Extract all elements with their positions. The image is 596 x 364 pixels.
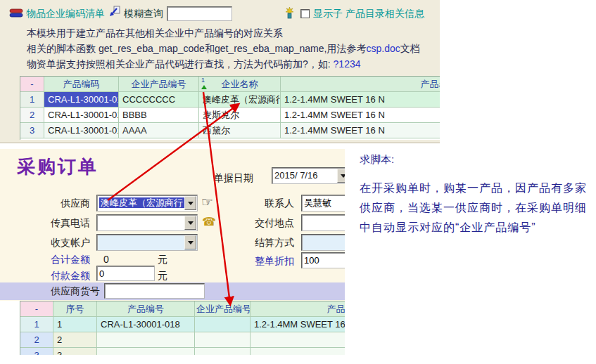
fuzzy-query-icon[interactable] — [108, 6, 120, 20]
settlement-label: 结算方式 — [238, 237, 294, 249]
module-description-line3: 物资单据支持按照相关企业产品代码进行查找，方法为代码前加?，如: ?1234 — [27, 58, 361, 71]
cell-product-code — [97, 348, 195, 355]
fuzzy-search-input[interactable] — [167, 6, 232, 21]
header-seq[interactable]: 序号 — [53, 301, 97, 317]
hand-pointer-icon[interactable]: ☞ — [201, 195, 213, 209]
row-number: 3 — [20, 348, 53, 355]
total-amount-label: 合计金额 — [41, 254, 90, 266]
chevron-down-icon[interactable] — [184, 196, 196, 210]
delivery-location-input[interactable] — [301, 214, 345, 231]
header-enterprise-product-code[interactable]: 企业产品编号 — [195, 301, 251, 317]
row-number: 2 — [20, 108, 44, 123]
header-enterprise-name-label: 企业名称 — [222, 79, 258, 89]
row-number: 1 — [20, 92, 44, 108]
discount-input[interactable] — [301, 252, 345, 268]
module-icon — [9, 8, 23, 21]
chevron-down-icon[interactable] — [184, 235, 196, 249]
purchase-order-title: 采购订单 — [17, 155, 99, 179]
supplier-item-input[interactable] — [104, 283, 205, 299]
description-code-example: ?1234 — [334, 58, 361, 70]
chevron-down-icon[interactable] — [337, 169, 345, 183]
cell-product-name — [251, 348, 345, 355]
mapping-table: - 产品编码 企业产品编号 1 企业名称 产品名称 1 CRA-L1-30001… — [20, 76, 440, 140]
lookup-icon[interactable] — [284, 6, 295, 22]
mapping-table-row-2[interactable]: 2 CRA-L1-30001-018 BBBB 麦斯克尔 1.2-1.4MM S… — [20, 108, 440, 123]
discount-label: 整单折扣 — [238, 255, 294, 268]
account-combo[interactable] — [96, 234, 198, 251]
cell-enterprise-name: 西黛尔 — [199, 123, 281, 138]
cell-enterprise-name: 澳峰皮革（宏源商行） — [199, 92, 281, 108]
phone-icon[interactable]: ☎ — [202, 216, 216, 228]
header-product-name[interactable]: 产品名称 — [251, 301, 345, 317]
supplier-label: 供应商 — [41, 197, 90, 210]
note-heading: 求脚本: — [360, 153, 394, 167]
supplier-item-label: 供应商货号 — [30, 285, 100, 298]
header-enterprise-name[interactable]: 1 企业名称 — [199, 77, 281, 92]
settlement-input[interactable] — [301, 234, 345, 251]
purchase-order-form: 采购订单 单据日期 2015/ 7/16 供应商 澳峰皮革（宏源商行） ☞ 传真… — [0, 149, 345, 301]
supplier-combo[interactable]: 澳峰皮革（宏源商行） — [96, 195, 198, 212]
account-label: 收支帐户 — [41, 237, 90, 249]
cell-enterprise-product-code: CCCCCCCC — [119, 92, 199, 108]
header-product-code[interactable]: 产品编号 — [97, 301, 195, 317]
fax-label: 传真电话 — [41, 217, 90, 230]
mapping-table-row-1[interactable]: 1 CRA-L1-30001-018 CCCCCCCC 澳峰皮革（宏源商行） 1… — [20, 92, 440, 108]
cell-enterprise-product-code — [195, 317, 251, 332]
header-product-name[interactable]: 产品名称 — [281, 77, 440, 92]
erp-screenshot-page: 物品企业编码清单 模糊查询 显示子 产品目录相关信息 本模块用于建立产品在其他相… — [0, 0, 596, 364]
cell-enterprise-product-code — [195, 348, 251, 355]
note-line-2: 供应商，当选某一供应商时，在采购单明细 — [360, 201, 587, 216]
show-sub-label: 显示子 产品目录相关信息 — [313, 8, 424, 20]
total-amount-value: 0 — [103, 254, 109, 265]
detail-table-row-1[interactable]: 1 1 CRA-L1-30001-018 1.2-1.4MM SWEET 16 … — [20, 317, 345, 332]
module-title: 物品企业编码清单 — [26, 8, 105, 20]
contact-input[interactable] — [301, 195, 345, 212]
mapping-table-header: - 产品编码 企业产品编号 1 企业名称 产品名称 — [20, 77, 440, 92]
detail-table-row-3[interactable]: 3 3 — [20, 348, 345, 355]
detail-table-header: - 序号 产品编号 企业产品编号 产品名称 — [20, 301, 345, 317]
doc-date-value: 2015/ 7/16 — [274, 170, 317, 181]
po-detail-table: - 序号 产品编号 企业产品编号 产品名称 1 1 CRA-L1-30001-0… — [20, 301, 345, 355]
delivery-location-label: 交付地点 — [238, 217, 294, 230]
cell-seq: 3 — [53, 348, 97, 355]
header-rownum: - — [20, 301, 53, 317]
contact-label: 联系人 — [238, 197, 294, 210]
cell-product-name: 1.2-1.4MM SWEET 16 N — [281, 92, 440, 108]
description-line2-text: 相关的脚本函数 get_res_eba_map_code和get_res_eba… — [27, 43, 366, 54]
detail-table-row-2[interactable]: 2 2 — [20, 332, 345, 348]
description-doc-link: csp.doc — [366, 43, 400, 54]
payment-amount-label: 付款金额 — [41, 270, 90, 282]
row-number: 3 — [20, 123, 44, 138]
chevron-down-icon[interactable] — [184, 216, 196, 230]
description-line3-text: 物资单据支持按照相关企业产品代码进行查找，方法为代码前加?，如: — [27, 58, 334, 70]
cell-product-code-selected[interactable]: CRA-L1-30001-018 — [44, 92, 119, 108]
description-line2-suffix: 文档 — [400, 43, 420, 54]
cell-product-code: CRA-L1-30001-018 — [44, 123, 119, 138]
supplier-value: 澳峰皮革（宏源商行） — [99, 197, 194, 208]
module-description-line1: 本模块用于建立产品在其他相关企业中产品编号的对应关系 — [27, 27, 283, 40]
cell-product-name — [251, 332, 345, 348]
cell-seq: 2 — [53, 332, 97, 348]
note-line-3: 中自动显示对应的“企业产品编号” — [360, 221, 536, 235]
sort-ascending-icon — [201, 85, 207, 89]
cell-product-name: 1.2-1.4MM SWEET 16 N — [281, 123, 440, 138]
fuzzy-query-label[interactable]: 模糊查询 — [124, 8, 163, 20]
mapping-table-row-3[interactable]: 3 CRA-L1-30001-018 AAAA 西黛尔 1.2-1.4MM SW… — [20, 123, 440, 138]
module-description-line2: 相关的脚本函数 get_res_eba_map_code和get_res_eba… — [27, 43, 420, 56]
note-line-1: 在开采购单时，购某一产品，因产品有多家 — [360, 181, 587, 196]
cell-product-code — [97, 332, 195, 348]
payment-amount-input[interactable] — [96, 266, 155, 281]
header-product-code[interactable]: 产品编码 — [44, 77, 119, 92]
fax-combo[interactable] — [96, 214, 198, 231]
sort-order-number: 1 — [201, 77, 205, 84]
header-enterprise-product-code[interactable]: 企业产品编号 — [119, 77, 199, 92]
cell-product-name: 1.2-1.4MM SWEET 16 N — [251, 317, 345, 332]
doc-date-combo[interactable]: 2015/ 7/16 — [272, 167, 345, 184]
payment-amount-unit: 元 — [158, 270, 167, 282]
header-rownum: - — [20, 77, 44, 92]
cell-product-name: 1.2-1.4MM SWEET 16 N — [281, 108, 440, 123]
show-sub-checkbox[interactable] — [300, 9, 310, 18]
cell-enterprise-name: 麦斯克尔 — [199, 108, 281, 123]
cell-seq: 1 — [53, 317, 97, 332]
cell-enterprise-product-code — [195, 332, 251, 348]
